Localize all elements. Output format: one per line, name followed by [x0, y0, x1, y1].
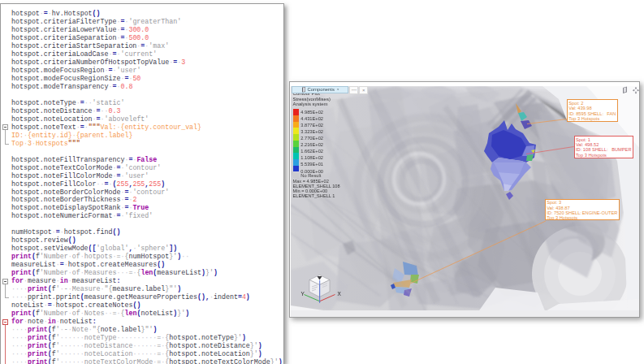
svg-text:Y: Y [300, 291, 305, 297]
svg-text:X: X [337, 291, 341, 297]
